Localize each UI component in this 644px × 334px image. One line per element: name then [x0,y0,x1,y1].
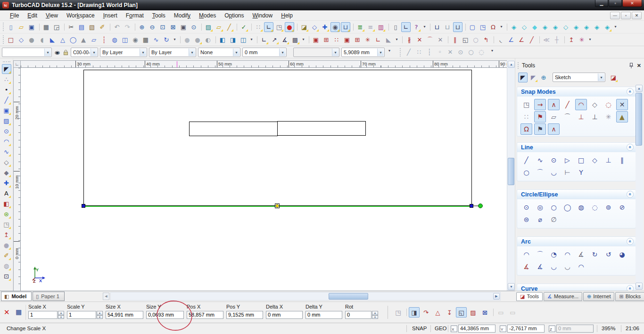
node-edit-tool-icon[interactable]: ∴ [2,74,11,84]
paste-icon[interactable]: ▧ [87,22,97,32]
arc-center-radius-icon[interactable]: ◠ [520,249,532,260]
circle-tangent-icon[interactable]: ◯ [561,202,573,213]
snap-arc-center-icon[interactable]: ◠ [575,99,587,110]
selection-handle-right[interactable] [470,204,473,208]
panel-grip[interactable] [518,62,519,69]
arc-edit-icon[interactable]: ◡ [548,261,560,272]
measure-distance-icon[interactable]: ↗ [270,35,279,45]
palette-folder-icon[interactable]: ▱ [214,22,223,32]
delta-triangle-icon[interactable]: △ [432,307,443,318]
selection-handle-left[interactable] [82,204,85,208]
save-icon[interactable]: ▣ [27,22,36,32]
chevron-down-icon[interactable] [233,49,239,56]
arc-3point-icon[interactable]: ◠ [561,249,573,260]
circle-tool-icon[interactable]: ⊙ [2,126,11,136]
snap-perpendicular-icon[interactable]: ⊥ [575,111,587,122]
spin-down-icon[interactable]: ▼ [58,315,64,319]
circle-tangent-line-icon[interactable]: ◍ [575,202,587,213]
spin-down-icon[interactable]: ▼ [372,315,378,319]
arc-tool-icon[interactable]: ◠ [2,137,11,147]
arc-fixed-ratio-icon[interactable]: ◠ [575,261,587,272]
menu-item[interactable]: Modes [195,11,220,20]
visibility-eye-icon[interactable]: ◉ [55,50,60,55]
view-iso-5-icon[interactable]: ◈ [551,22,560,32]
measure-area-icon[interactable]: ▩ [290,35,300,45]
snap-apex-icon[interactable]: ∧ [548,123,560,135]
spin-down-icon[interactable]: ▼ [97,315,103,319]
snap-free-icon[interactable]: ╱ [404,47,413,57]
snap-intersection-icon[interactable]: ✕ [616,99,628,110]
panel-style-brush-icon[interactable]: ◪ [609,73,618,82]
mesh-icon[interactable]: ▦ [141,35,150,45]
pen-style-tool-icon[interactable]: ✐ [2,251,11,261]
arc-tangent-point-icon[interactable]: ∡ [520,261,532,272]
ellipse-fixed-ratio-icon[interactable]: ∅ [548,214,560,225]
line-multiline-icon[interactable]: ⊢ [561,167,573,178]
menu-item[interactable]: Format [122,11,148,20]
new-view-icon[interactable]: ▯ [391,22,400,32]
circle-center-radius-icon[interactable]: ⊙ [520,202,532,213]
field-input[interactable]: 0 mm [266,311,303,319]
circle-diameter-icon[interactable]: ○ [548,202,560,213]
coordinate-field[interactable]: 0 mm [556,325,594,333]
zoom-page-icon[interactable]: ▣ [179,22,188,32]
snap-vertex-icon[interactable]: ∧ [548,99,560,110]
line-rotated-rectangle-icon[interactable]: ◇ [589,155,601,166]
spin-up-icon[interactable]: ▲ [372,311,378,315]
print-icon[interactable]: ▦ [41,22,51,32]
line-irregular-polygon-icon[interactable]: ▷ [561,155,573,166]
arc-tangent-icon[interactable]: ∡ [575,249,587,260]
menu-item[interactable]: Options [220,11,248,20]
intersect-trim-icon[interactable]: ✕ [415,35,424,45]
scroll-right-icon[interactable]: ▶ [493,293,500,300]
selector-options-icon[interactable]: ◳ [393,307,404,318]
line-polygon-icon[interactable]: ⊙ [548,155,560,166]
toolbar-overflow-5-icon[interactable]: ▾ [249,35,254,45]
drawing-canvas[interactable]: Y X Z [21,68,507,291]
slash-arrow-icon[interactable]: ╱ [527,35,537,45]
chevron-down-icon[interactable] [91,49,97,56]
sphere-shaded-icon[interactable]: ◐ [203,35,213,45]
spin-up-icon[interactable]: ▲ [58,311,64,315]
view-iso-6-icon[interactable]: ◇ [561,22,570,32]
snap-burst-icon[interactable]: ✳ [603,111,614,122]
undo-icon[interactable]: ↶ [112,22,122,32]
boolean-intersect-icon[interactable]: ◫ [239,35,248,45]
panel-close-icon[interactable]: ✕ [637,63,641,69]
section-header[interactable]: Circle/Ellipse [517,190,636,199]
line-branch-icon[interactable]: Y [575,167,587,178]
loft-icon[interactable]: ◫ [120,35,130,45]
helix-icon[interactable]: ↻ [162,35,171,45]
chevrons-gray-icon[interactable]: ≪ [542,35,551,45]
boolean-union-icon[interactable]: ◧ [218,35,227,45]
panel-edit-cursor-icon[interactable]: ◤ [528,73,538,82]
snap-tangent-icon[interactable]: ⌒ [561,111,573,122]
collapse-chevron-icon[interactable] [627,144,634,151]
snap-tangent-icon[interactable]: ◌ [477,47,486,57]
menu-item[interactable]: Help [277,11,297,20]
chevron-down-icon[interactable] [140,49,146,56]
copy-radial-icon[interactable]: ∷ [332,35,341,45]
arc-concentric-icon[interactable]: ⌒ [534,249,546,260]
chevron-down-icon[interactable] [377,49,384,56]
pen-width-combo[interactable]: By Layer [100,48,147,57]
lock-icon[interactable] [63,49,68,56]
scroll-down-icon[interactable]: ▼ [636,283,643,290]
chevron-down-icon[interactable] [279,49,286,56]
snap-quadrant-icon[interactable]: ○ [466,47,476,57]
wedge-icon[interactable]: ◣ [48,35,57,45]
arc-start-end-icon[interactable]: ◔ [548,249,560,260]
line-tangent-two-arcs-icon[interactable]: ◡ [548,167,560,178]
snap-intersection-icon[interactable]: ✕ [446,47,455,57]
field-input[interactable]: 0,0693 mm [146,311,184,319]
point-tool-icon[interactable]: • [2,85,11,95]
line-polyline-icon[interactable]: ∿ [534,155,546,166]
snap-center-icon[interactable]: ◌ [603,99,614,110]
geo-toggle[interactable]: GEO [435,326,447,331]
stamp-icon[interactable]: ↧ [444,307,455,318]
view-iso-9-icon[interactable]: ◈ [592,22,602,32]
restore-button[interactable]: ▫ [609,0,622,7]
edit-disabled-1-icon[interactable]: ▭ [495,307,506,318]
pen-tool-icon[interactable]: ╱ [224,22,234,32]
sphere-icon[interactable]: ● [27,35,36,45]
